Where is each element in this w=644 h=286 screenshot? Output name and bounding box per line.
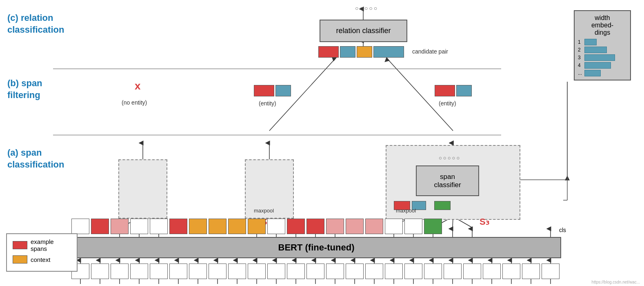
maxpool1-label: maxpool (254, 208, 274, 214)
tok-s3-3 (326, 219, 344, 234)
wb-bar-4 (584, 62, 611, 69)
tok-s3-5 (365, 219, 383, 234)
maxpool2-label: maxpool (396, 208, 416, 214)
wb-label-2: 2 (578, 47, 583, 53)
tok-s2-3 (209, 219, 227, 234)
watermark: https://blog.csdn.net/wac... (592, 280, 640, 284)
candidate-pair-label: candidate pair (412, 48, 448, 55)
tok-s2-5 (248, 219, 266, 234)
tok-blank-3 (150, 219, 168, 234)
wb-bar-dots (584, 70, 601, 76)
legend-box: examplespans context (6, 233, 78, 272)
wb-bar-3 (584, 54, 615, 61)
candidate-pair-row (318, 46, 404, 58)
s1-dashed-box (118, 159, 167, 219)
tok-s3-4 (346, 219, 364, 234)
span-token-row (71, 219, 442, 234)
width-title: width embed- dings (578, 14, 627, 36)
section-label-c: (c) relation classification (7, 12, 64, 36)
tok-s1-2 (111, 219, 129, 234)
diagram-container: (c) relation classification (b) span fil… (0, 0, 644, 286)
cls-label: cls (559, 227, 566, 233)
tok-blank-6 (404, 219, 422, 234)
legend-color-spans (13, 241, 27, 249)
wb-label-dots: ... (578, 70, 583, 76)
tok-s2-2 (189, 219, 207, 234)
span-classifier-box: span classifier (416, 165, 479, 196)
dots-span-classifier: ○○○○○ (439, 155, 461, 161)
wb-bar-2 (584, 47, 607, 53)
entity2-label: (entity) (439, 100, 456, 107)
tok-s3-2 (306, 219, 324, 234)
divider-mid (53, 135, 501, 135)
legend-label-spans: examplespans (31, 238, 54, 252)
legend-item-spans: examplespans (13, 238, 71, 252)
s3-label: S₃ (480, 217, 489, 227)
tok-blank-2 (130, 219, 148, 234)
tok-s3-1 (287, 219, 305, 234)
wb-label-1: 1 (578, 39, 583, 45)
entity2-span (435, 85, 472, 96)
no-entity-label: (no entity) (122, 99, 147, 106)
tok-blank-1 (71, 219, 89, 234)
legend-item-context: context (13, 255, 71, 264)
legend-label-context: context (31, 256, 50, 263)
tok-s1-1 (91, 219, 109, 234)
wb-label-3: 3 (578, 55, 583, 60)
entity1-label: (entity) (259, 100, 276, 107)
input-token-row (71, 264, 560, 279)
wb-bar-1 (584, 39, 597, 45)
relation-classifier-box: relation classifier (320, 20, 407, 42)
entity1-span (254, 85, 291, 96)
bert-box: BERT (fine-tuned) (71, 237, 561, 258)
width-embeddings-box: width embed- dings 1 2 3 4 ... (574, 10, 631, 80)
divider-top (53, 69, 501, 69)
tok-blank-4 (267, 219, 285, 234)
wb-label-4: 4 (578, 63, 583, 68)
dots-top: ○○○○○ (355, 5, 378, 11)
tok-s2-4 (228, 219, 246, 234)
section-label-a: (a) span classification (7, 147, 64, 170)
width-bars: 1 2 3 4 ... (578, 39, 627, 76)
x-mark: x (135, 80, 140, 92)
tok-s2-1 (169, 219, 187, 234)
legend-color-context (13, 255, 27, 264)
tok-blank-5 (385, 219, 403, 234)
section-label-b: (b) span filtering (7, 78, 42, 101)
tok-cls (424, 219, 442, 234)
